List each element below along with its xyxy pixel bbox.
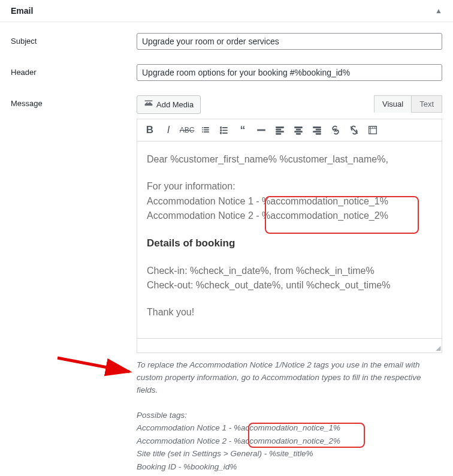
- editor-line: Check-in: %check_in_date%, from %check_i…: [147, 264, 432, 279]
- tag-line: Booking ID - %booking_id%: [137, 460, 442, 474]
- blockquote-button[interactable]: “: [234, 121, 252, 139]
- hr-button[interactable]: [252, 121, 270, 139]
- editor-line: Check-out: %check_out_date%, until %chec…: [147, 278, 432, 293]
- bullet-list-button[interactable]: [197, 121, 215, 139]
- align-center-button[interactable]: [289, 121, 307, 139]
- editor-line: Dear %customer_first_name% %customer_las…: [147, 152, 432, 167]
- add-media-label: Add Media: [156, 100, 194, 109]
- tab-visual[interactable]: Visual: [374, 95, 412, 113]
- align-right-button[interactable]: [308, 121, 326, 139]
- header-row: Header: [11, 64, 442, 81]
- header-input[interactable]: [137, 64, 442, 81]
- italic-button[interactable]: I: [159, 121, 177, 139]
- toolbar-toggle-button[interactable]: [364, 121, 382, 139]
- header-label: Header: [11, 64, 137, 77]
- media-icon: [144, 99, 153, 110]
- section-title: Email: [11, 6, 33, 16]
- editor-box: B I ABC “ Dear %customer_first_name% %cu…: [137, 119, 442, 353]
- bold-button[interactable]: B: [141, 121, 159, 139]
- resize-handle-icon[interactable]: ◢: [436, 345, 440, 351]
- numbered-list-button[interactable]: [215, 121, 233, 139]
- tag-line: Accommodation Notice 1 - %accommodation_…: [137, 421, 442, 435]
- editor-line: For your information:: [147, 179, 432, 194]
- align-left-button[interactable]: [271, 121, 289, 139]
- svg-rect-0: [258, 129, 265, 131]
- help-paragraph: To replace the Accommodation Notice 1/No…: [137, 359, 442, 397]
- message-row: Message Add Media Visual Text B I ABC: [11, 95, 442, 474]
- message-label: Message: [11, 95, 137, 108]
- tag-line: Accommodation Notice 2 - %accommodation_…: [137, 435, 442, 448]
- editor-line: Thank you!: [147, 305, 432, 320]
- tags-heading: Possible tags:: [137, 409, 442, 422]
- editor-statusbar: ◢: [137, 338, 442, 353]
- message-editor[interactable]: Dear %customer_first_name% %customer_las…: [137, 141, 442, 338]
- subject-row: Subject: [11, 33, 442, 50]
- strikethrough-button[interactable]: ABC: [178, 121, 196, 139]
- email-form: Subject Header Message Add Media Visual …: [0, 22, 453, 476]
- tag-line: Site title (set in Settings > General) -…: [137, 447, 442, 460]
- editor-toolbar: B I ABC “: [137, 119, 442, 141]
- subject-label: Subject: [11, 33, 137, 46]
- editor-tabs: Visual Text: [375, 95, 442, 113]
- editor-line: Accommodation Notice 2 - %accommodation_…: [147, 209, 432, 224]
- add-media-button[interactable]: Add Media: [137, 95, 201, 114]
- help-text: To replace the Accommodation Notice 1/No…: [137, 359, 442, 474]
- tab-text[interactable]: Text: [411, 95, 442, 113]
- subject-input[interactable]: [137, 33, 442, 50]
- section-header[interactable]: Email ▲: [0, 0, 453, 22]
- unlink-button[interactable]: [345, 121, 363, 139]
- editor-heading: Details of booking: [147, 237, 235, 249]
- link-button[interactable]: [327, 121, 345, 139]
- editor-line: Accommodation Notice 1 - %accommodation_…: [147, 194, 432, 209]
- collapse-icon[interactable]: ▲: [435, 7, 442, 15]
